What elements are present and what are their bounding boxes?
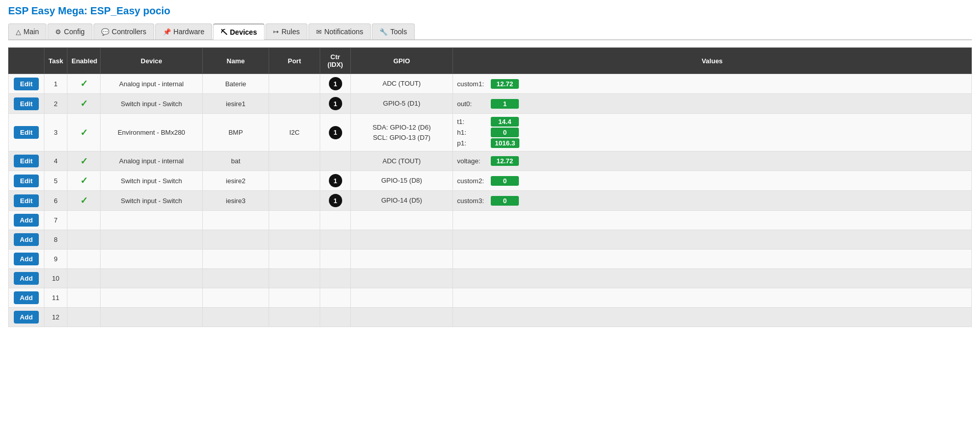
device-label: iesire1 — [203, 94, 269, 114]
tab-devices-label: Devices — [230, 28, 257, 36]
task-num: 8 — [44, 230, 67, 250]
gpio-info: GPIO-5 (D1) — [351, 94, 453, 114]
tab-tools-label: Tools — [390, 28, 407, 36]
gpio-info: ADC (TOUT) — [351, 74, 453, 94]
value-label: h1: — [457, 129, 488, 136]
values-cell: out0: 1 — [453, 94, 972, 114]
nav-tabs: △ Main ⚙ Config 💬 Controllers 📌 Hardware… — [8, 23, 972, 40]
value-label: t1: — [457, 118, 488, 126]
tab-main[interactable]: △ Main — [8, 23, 46, 39]
ctr-badge: 1 — [329, 97, 342, 110]
value-box: 0 — [491, 196, 519, 206]
task-num: 10 — [44, 269, 67, 288]
gpio-info: SDA: GPIO-12 (D6)SCL: GPIO-13 (D7) — [351, 114, 453, 152]
values-cell: voltage: 12.72 — [453, 152, 972, 171]
add-button-9[interactable]: Add — [14, 253, 39, 265]
rules-icon: ↦ — [273, 28, 279, 36]
notifications-icon: ✉ — [316, 28, 322, 36]
task-num: 9 — [44, 250, 67, 269]
tab-config[interactable]: ⚙ Config — [47, 23, 92, 39]
enabled-check: ✓ — [80, 128, 88, 138]
values-cell: custom2: 0 — [453, 171, 972, 191]
tab-devices[interactable]: ⛏ Devices — [213, 23, 265, 40]
tab-main-label: Main — [23, 28, 39, 36]
device-label: BMP — [203, 114, 269, 152]
main-icon: △ — [16, 28, 21, 36]
device-name: Analog input - internal — [101, 74, 203, 94]
value-box: 0 — [491, 176, 519, 186]
task-num: 11 — [44, 288, 67, 308]
devices-table: Task Enabled Device Name Port Ctr (IDX) … — [8, 47, 972, 327]
task-num: 1 — [44, 74, 67, 94]
enabled-check: ✓ — [80, 98, 88, 109]
values-cell: custom1: 12.72 — [453, 74, 972, 94]
page-title: ESP Easy Mega: ESP_Easy pocio — [8, 5, 972, 17]
table-row: Edit 3 ✓ Environment - BMx280 BMP I2C 1 … — [9, 114, 972, 152]
table-row: Edit 1 ✓ Analog input - internal Baterie… — [9, 74, 972, 94]
device-label: bat — [203, 152, 269, 171]
value-box: 12.72 — [491, 79, 519, 89]
hardware-icon: 📌 — [163, 28, 171, 36]
edit-button-5[interactable]: Edit — [14, 175, 39, 187]
task-num: 6 — [44, 191, 67, 211]
edit-button-3[interactable]: Edit — [14, 126, 39, 139]
col-header-enabled: Enabled — [67, 48, 101, 74]
add-button-12[interactable]: Add — [14, 311, 39, 324]
add-button-8[interactable]: Add — [14, 233, 39, 246]
task-num: 7 — [44, 211, 67, 230]
col-header-btn — [9, 48, 44, 74]
tab-notifications-label: Notifications — [324, 28, 363, 36]
col-header-name: Name — [203, 48, 269, 74]
device-port — [269, 171, 320, 191]
value-box: 12.72 — [491, 156, 519, 166]
col-header-task: Task — [44, 48, 67, 74]
edit-button-4[interactable]: Edit — [14, 155, 39, 167]
value-label: custom3: — [457, 197, 488, 205]
enabled-check: ✓ — [80, 79, 88, 89]
gpio-info: GPIO-15 (D8) — [351, 171, 453, 191]
edit-button-6[interactable]: Edit — [14, 194, 39, 207]
value-label: voltage: — [457, 157, 488, 165]
device-port — [269, 94, 320, 114]
tab-controllers[interactable]: 💬 Controllers — [93, 23, 154, 39]
table-row: Edit 4 ✓ Analog input - internal bat ADC… — [9, 152, 972, 171]
task-num: 12 — [44, 308, 67, 327]
add-button-10[interactable]: Add — [14, 272, 39, 285]
tab-hardware-label: Hardware — [174, 28, 205, 36]
value-box: 0 — [491, 128, 519, 137]
ctr-badge: 1 — [329, 77, 342, 90]
col-header-values: Values — [453, 48, 972, 74]
tab-tools[interactable]: 🔧 Tools — [372, 23, 415, 39]
add-button-11[interactable]: Add — [14, 291, 39, 304]
device-name: Environment - BMx280 — [101, 114, 203, 152]
add-button-7[interactable]: Add — [14, 214, 39, 227]
device-port — [269, 74, 320, 94]
tools-icon: 🔧 — [379, 28, 388, 36]
device-port — [269, 152, 320, 171]
gpio-info: GPIO-14 (D5) — [351, 191, 453, 211]
table-row: Edit 2 ✓ Switch input - Switch iesire1 1… — [9, 94, 972, 114]
table-row: Edit 5 ✓ Switch input - Switch iesire2 1… — [9, 171, 972, 191]
device-name: Analog input - internal — [101, 152, 203, 171]
gpio-info: ADC (TOUT) — [351, 152, 453, 171]
table-row: Edit 6 ✓ Switch input - Switch iesire3 1… — [9, 191, 972, 211]
tab-config-label: Config — [64, 28, 84, 36]
value-label: custom1: — [457, 80, 488, 88]
ctr-badge: 1 — [329, 126, 342, 139]
tab-notifications[interactable]: ✉ Notifications — [308, 23, 371, 39]
tab-rules[interactable]: ↦ Rules — [266, 23, 307, 39]
value-box: 1016.3 — [491, 138, 519, 148]
value-box: 14.4 — [491, 117, 519, 127]
table-row-empty: Add 12 — [9, 308, 972, 327]
edit-button-1[interactable]: Edit — [14, 78, 39, 90]
value-box: 1 — [491, 99, 519, 109]
edit-button-2[interactable]: Edit — [14, 97, 39, 110]
table-row-empty: Add 7 — [9, 211, 972, 230]
enabled-check: ✓ — [80, 176, 88, 186]
values-cell: t1: 14.4 h1: 0 p1: 1016.3 — [453, 114, 972, 152]
config-icon: ⚙ — [55, 28, 61, 36]
tab-hardware[interactable]: 📌 Hardware — [155, 23, 212, 39]
value-label: custom2: — [457, 177, 488, 185]
task-num: 2 — [44, 94, 67, 114]
enabled-check: ✓ — [80, 156, 88, 166]
